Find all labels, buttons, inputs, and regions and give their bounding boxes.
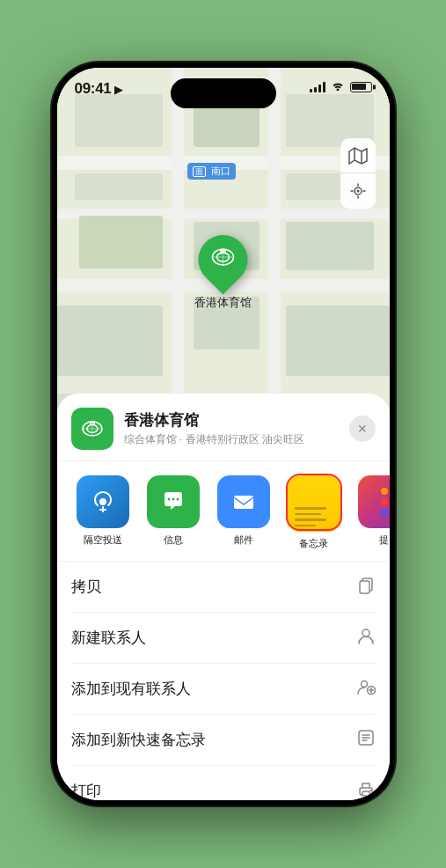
svg-rect-24 <box>225 250 227 254</box>
marker-label: 香港体育馆 <box>194 295 252 311</box>
stadium-marker: 香港体育馆 <box>194 235 252 311</box>
stadium-icon <box>210 244 237 276</box>
marker-pin <box>188 224 258 294</box>
svg-rect-23 <box>221 250 225 253</box>
svg-point-31 <box>167 498 170 501</box>
map-view-button[interactable] <box>340 138 376 173</box>
mail-icon <box>217 475 270 528</box>
svg-rect-16 <box>286 305 390 376</box>
map-controls <box>340 138 376 209</box>
action-copy[interactable]: 拷贝 <box>71 562 376 613</box>
phone-frame: 09:41 ▶ <box>52 63 395 805</box>
wifi-icon <box>331 80 345 93</box>
location-button[interactable] <box>340 173 376 209</box>
map-area: 面 南口 <box>57 68 390 438</box>
more-label: 提 <box>379 533 389 547</box>
svg-rect-29 <box>93 421 95 425</box>
more-icon <box>358 475 390 528</box>
svg-point-33 <box>176 498 179 501</box>
svg-rect-28 <box>90 421 94 423</box>
svg-rect-7 <box>75 173 163 200</box>
messages-icon <box>147 475 200 528</box>
share-more[interactable]: 提 <box>349 475 390 550</box>
svg-rect-17 <box>79 216 163 268</box>
svg-rect-5 <box>268 68 281 438</box>
map-label-prefix: 面 <box>193 166 206 177</box>
share-row: 隔空投送 信息 <box>57 461 390 562</box>
copy-label: 拷贝 <box>71 577 101 597</box>
print-icon <box>356 779 376 800</box>
action-list: 拷贝 新建联系人 <box>57 562 390 800</box>
quick-note-label: 添加到新快速备忘录 <box>71 730 206 750</box>
svg-rect-14 <box>57 305 163 376</box>
share-messages[interactable]: 信息 <box>138 475 208 550</box>
action-new-contact[interactable]: 新建联系人 <box>71 613 376 664</box>
svg-point-37 <box>362 629 369 636</box>
venue-name: 香港体育馆 <box>124 410 349 430</box>
svg-rect-36 <box>360 581 369 593</box>
dynamic-island <box>171 78 276 108</box>
bottom-sheet: 香港体育馆 综合体育馆 · 香港特别行政区 油尖旺区 ✕ <box>57 394 390 800</box>
add-contact-label: 添加到现有联系人 <box>71 679 191 699</box>
svg-rect-34 <box>234 496 253 509</box>
venue-header: 香港体育馆 综合体育馆 · 香港特别行政区 油尖旺区 ✕ <box>57 394 390 461</box>
svg-rect-4 <box>172 68 184 438</box>
svg-point-38 <box>361 681 367 688</box>
status-time: 09:41 <box>75 80 112 98</box>
svg-point-32 <box>172 498 174 501</box>
messages-label: 信息 <box>164 533 183 547</box>
signal-icon <box>310 82 325 92</box>
svg-point-43 <box>369 790 371 791</box>
svg-point-30 <box>99 498 106 505</box>
notes-label: 备忘录 <box>299 537 328 550</box>
share-mail[interactable]: 邮件 <box>208 475 279 550</box>
share-notes[interactable]: 备忘录 <box>279 475 349 550</box>
svg-rect-42 <box>362 791 369 796</box>
venue-detail: 综合体育馆 · 香港特别行政区 油尖旺区 <box>124 432 349 447</box>
svg-rect-13 <box>286 222 374 270</box>
status-icons <box>310 80 372 93</box>
venue-icon <box>71 408 113 450</box>
copy-icon <box>356 575 376 599</box>
new-contact-icon <box>356 626 376 650</box>
new-contact-label: 新建联系人 <box>71 628 146 648</box>
map-label: 面 南口 <box>187 163 236 180</box>
venue-info: 香港体育馆 综合体育馆 · 香港特别行政区 油尖旺区 <box>124 410 349 447</box>
action-add-contact[interactable]: 添加到现有联系人 <box>71 664 376 715</box>
battery-icon <box>350 82 372 92</box>
mail-label: 邮件 <box>234 533 253 547</box>
share-airdrop[interactable]: 隔空投送 <box>68 475 138 550</box>
notes-icon <box>286 475 342 532</box>
print-label: 打印 <box>71 781 101 800</box>
airdrop-label: 隔空投送 <box>84 533 122 547</box>
close-button[interactable]: ✕ <box>349 416 376 442</box>
add-contact-icon <box>356 677 376 701</box>
quick-note-icon <box>356 728 376 752</box>
location-icon: ▶ <box>114 83 123 96</box>
svg-point-19 <box>356 190 359 193</box>
phone-screen: 09:41 ▶ <box>57 68 390 800</box>
airdrop-icon <box>77 475 129 528</box>
action-print[interactable]: 打印 <box>71 766 376 800</box>
action-quick-note[interactable]: 添加到新快速备忘录 <box>71 715 376 766</box>
